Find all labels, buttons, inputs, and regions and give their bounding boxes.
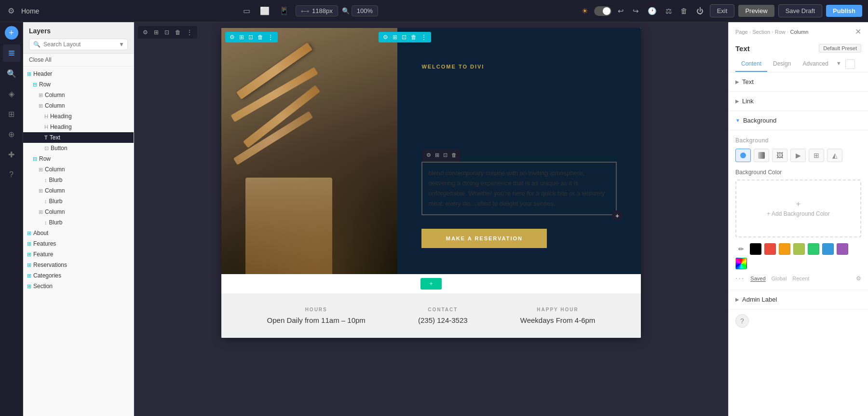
help-button[interactable]: ? [735, 314, 749, 328]
tab-content[interactable]: Content [735, 56, 767, 72]
filter-icon[interactable]: ▼ [119, 41, 124, 48]
bg-mask-type-btn[interactable]: ◭ [827, 149, 842, 162]
tab-design[interactable]: Design [767, 56, 797, 72]
add-section-button[interactable]: + [420, 278, 441, 290]
history-button[interactable]: 🕐 [645, 5, 659, 17]
mobile-view-button[interactable]: 📱 [276, 4, 292, 17]
exit-button[interactable]: Exit [710, 4, 735, 17]
publish-button[interactable]: Publish [826, 5, 862, 17]
layer-item-heading2[interactable]: H Heading [23, 122, 134, 132]
tab-advanced[interactable]: Advanced [797, 56, 834, 72]
search-input[interactable] [43, 41, 116, 48]
layer-item-blurb2[interactable]: ↕ Blurb [23, 196, 134, 207]
layer-item-row1[interactable]: ⊟ Row [23, 79, 134, 90]
layer-item-section[interactable]: ⊞ Section [23, 281, 134, 291]
swatch-rainbow[interactable] [735, 258, 747, 269]
save-draft-button[interactable]: Save Draft [778, 4, 822, 17]
breadcrumb-column[interactable]: Column [790, 29, 808, 35]
swatch-tab-recent[interactable]: Recent [792, 276, 809, 281]
section-clone-btn[interactable]: ⊡ [247, 33, 255, 41]
row-delete-btn[interactable]: 🗑 [409, 33, 418, 41]
layer-item-blurb1[interactable]: ↕ Blurb [23, 175, 134, 185]
help-sidebar-button[interactable]: ? [3, 166, 20, 183]
layer-item-blurb3[interactable]: ↕ Blurb [23, 217, 134, 228]
panel-close-button[interactable]: ✕ [855, 27, 861, 36]
swatch-tab-saved[interactable]: Saved [750, 276, 765, 282]
layer-item-button1[interactable]: ⊡ Button [23, 143, 134, 153]
bg-gradient-type-btn[interactable] [754, 149, 769, 162]
panel-expand-button[interactable] [845, 59, 855, 69]
redo-button[interactable]: ↪ [630, 5, 641, 17]
layer-item-header[interactable]: ⊞ Header [23, 69, 134, 79]
layer-item-col5[interactable]: ⊞ Column [23, 207, 134, 217]
undo-button[interactable]: ↩ [615, 5, 626, 17]
tab-more-arrow[interactable]: ▼ [834, 56, 843, 72]
zoom-level[interactable]: 100% [352, 5, 378, 16]
global-button[interactable]: ⊕ [3, 125, 20, 143]
canvas-settings-button[interactable]: ⚙ [141, 28, 150, 37]
layer-item-features[interactable]: ⊞ Features [23, 238, 134, 249]
canvas-delete-button[interactable]: 🗑 [173, 28, 183, 37]
breadcrumb-section[interactable]: Section [752, 29, 770, 35]
layer-item-row2[interactable]: ⊟ Row [23, 153, 134, 164]
add-element-button[interactable]: + [5, 26, 18, 40]
swatch-green[interactable] [808, 243, 819, 255]
text-add-button[interactable]: + [612, 210, 623, 221]
power-button[interactable]: ⏻ [694, 5, 706, 17]
link-section-toggle[interactable]: ▶ Link [729, 92, 868, 111]
settings-button[interactable]: ⚙ [6, 4, 16, 17]
layer-item-heading1[interactable]: H Heading [23, 111, 134, 122]
swatch-purple[interactable] [837, 243, 848, 255]
layer-item-col4[interactable]: ⊞ Column [23, 185, 134, 196]
wireframe-button[interactable]: ⊞ [3, 105, 20, 123]
row-layout-btn[interactable]: ⊞ [391, 33, 399, 41]
theme-toggle[interactable] [594, 6, 611, 16]
section-layout-btn[interactable]: ⊞ [238, 33, 245, 41]
text-settings-icon[interactable]: ⚙ [425, 151, 433, 160]
breadcrumb-page[interactable]: Page [735, 29, 748, 35]
layer-item-categories[interactable]: ⊞ Categories [23, 270, 134, 281]
layer-item-about[interactable]: ⊞ About [23, 228, 134, 238]
color-picker-button[interactable]: ✏ [735, 243, 747, 255]
bg-pattern-type-btn[interactable]: ⊞ [809, 149, 824, 162]
row-settings-btn[interactable]: ⚙ [381, 33, 390, 41]
swatch-red[interactable] [764, 243, 776, 255]
add-background-color-box[interactable]: + + Add Background Color [735, 180, 861, 237]
swatch-tab-global[interactable]: Global [772, 276, 787, 281]
desktop-view-button[interactable]: ▭ [240, 4, 253, 17]
section-settings-btn[interactable]: ⚙ [228, 33, 236, 41]
canvas-clone-button[interactable]: ⊡ [163, 28, 171, 37]
breadcrumb-row[interactable]: Row [775, 29, 786, 35]
search-button[interactable]: 🔍 [3, 65, 20, 82]
panel-preset[interactable]: Default Preset [819, 44, 861, 53]
layers-panel-button[interactable] [3, 44, 20, 62]
bg-video-type-btn[interactable]: ▶ [790, 149, 806, 162]
tablet-view-button[interactable]: ⬜ [257, 4, 272, 17]
swatch-yellow-green[interactable] [793, 243, 805, 255]
close-all-button[interactable]: Close All [23, 54, 134, 67]
layer-item-reservations[interactable]: ⊞ Reservations [23, 260, 134, 270]
canvas-grid-button[interactable]: ⊞ [152, 28, 161, 37]
canvas-more-button[interactable]: ⋮ [185, 28, 194, 37]
layer-item-col1[interactable]: ⊞ Column [23, 90, 134, 100]
layer-item-col3[interactable]: ⊞ Column [23, 164, 134, 175]
trash-button[interactable]: 🗑 [678, 5, 690, 17]
design-button[interactable]: ◈ [3, 85, 20, 102]
preview-button[interactable]: Preview [738, 5, 774, 17]
layer-item-col2[interactable]: ⊞ Column [23, 100, 134, 111]
layer-item-feature[interactable]: ⊞ Feature [23, 249, 134, 260]
row-clone-btn[interactable]: ⊡ [400, 33, 408, 41]
bg-image-type-btn[interactable]: 🖼 [772, 149, 787, 162]
admin-label-section-toggle[interactable]: ▶ Admin Label [729, 290, 868, 309]
section-delete-btn[interactable]: 🗑 [256, 33, 265, 41]
text-section-toggle[interactable]: ▶ Text [729, 72, 868, 92]
swatch-blue[interactable] [822, 243, 834, 255]
width-input[interactable]: ⟷ 1188px [296, 5, 338, 16]
section-more-btn[interactable]: ⋮ [266, 33, 275, 41]
background-section-toggle[interactable]: ▼ Background [729, 111, 868, 130]
swatch-settings-button[interactable]: ⚙ [856, 275, 861, 282]
bg-color-type-btn[interactable] [735, 149, 751, 162]
cta-button[interactable]: MAKE A RESERVATION [421, 229, 547, 248]
text-layout-icon[interactable]: ⊞ [434, 151, 441, 160]
text-clone-icon[interactable]: ⊡ [442, 151, 449, 160]
